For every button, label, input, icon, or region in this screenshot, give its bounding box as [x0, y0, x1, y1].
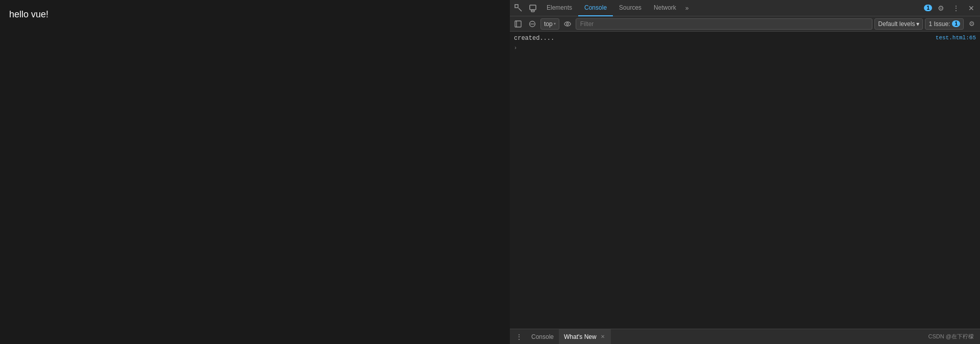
bottom-tab-whatsnew[interactable]: What's New ✕: [559, 329, 611, 345]
toolbar-right: 1 ⚙ ⋮ ✕: [924, 2, 978, 15]
context-selector[interactable]: top ▾: [540, 18, 559, 30]
tab-console[interactable]: Console: [578, 0, 613, 16]
console-toolbar: top ▾ Default levels ▾ 1 Issue: 1 ⚙: [510, 16, 980, 32]
console-line-source[interactable]: test.html:65: [925, 35, 976, 41]
watermark-text: CSDN @在下柠檬: [929, 333, 978, 340]
bottom-tab-console-label: Console: [531, 333, 554, 340]
tab-elements[interactable]: Elements: [540, 0, 578, 16]
default-levels-arrow: ▾: [916, 20, 919, 28]
more-options-icon[interactable]: ⋮: [949, 2, 963, 15]
device-toolbar-icon[interactable]: [526, 2, 539, 15]
svg-point-8: [566, 23, 569, 25]
svg-rect-2: [531, 10, 534, 12]
context-dropdown-arrow: ▾: [554, 21, 556, 26]
hello-text: hello vue!: [9, 9, 48, 20]
issues-count-badge: 1: [952, 20, 960, 27]
devtools-panel: Elements Console Sources Network » 1 ⚙ ⋮…: [510, 0, 980, 344]
console-prompt-arrow: ›: [514, 45, 517, 51]
devtools-top-toolbar: Elements Console Sources Network » 1 ⚙ ⋮…: [510, 0, 980, 16]
eye-icon[interactable]: [561, 18, 574, 30]
counter-badge: 1: [924, 5, 932, 11]
bottom-tab-whatsnew-close[interactable]: ✕: [600, 333, 606, 340]
filter-input[interactable]: [576, 18, 873, 30]
page-content: hello vue!: [0, 0, 510, 344]
console-line-text: created....: [514, 35, 925, 42]
issues-badge[interactable]: 1 Issue: 1: [925, 18, 964, 30]
bottom-tab-console[interactable]: Console: [526, 329, 559, 345]
bottom-tab-whatsnew-label: What's New: [564, 333, 597, 340]
svg-rect-1: [530, 5, 536, 10]
svg-rect-3: [515, 21, 521, 27]
svg-rect-0: [515, 5, 518, 8]
inspect-element-icon[interactable]: [512, 2, 525, 15]
svg-point-7: [564, 22, 571, 26]
console-settings-icon[interactable]: ⚙: [966, 18, 978, 30]
bottom-more-icon[interactable]: ⋮: [512, 330, 526, 344]
clear-console-icon[interactable]: [526, 18, 538, 30]
console-line: created.... test.html:65: [510, 34, 980, 43]
tab-network[interactable]: Network: [648, 0, 682, 16]
tab-sources[interactable]: Sources: [613, 0, 648, 16]
default-levels-dropdown[interactable]: Default levels ▾: [874, 18, 923, 30]
devtools-tabs: Elements Console Sources Network »: [540, 0, 923, 16]
more-tabs-icon[interactable]: »: [682, 0, 692, 16]
settings-icon[interactable]: ⚙: [934, 2, 947, 15]
devtools-bottom-bar: ⋮ Console What's New ✕ CSDN @在下柠檬: [510, 329, 980, 344]
console-sidebar-icon[interactable]: [512, 18, 524, 30]
console-output: created.... test.html:65 ›: [510, 32, 980, 329]
console-prompt-line[interactable]: ›: [510, 43, 980, 53]
close-devtools-icon[interactable]: ✕: [965, 2, 978, 15]
